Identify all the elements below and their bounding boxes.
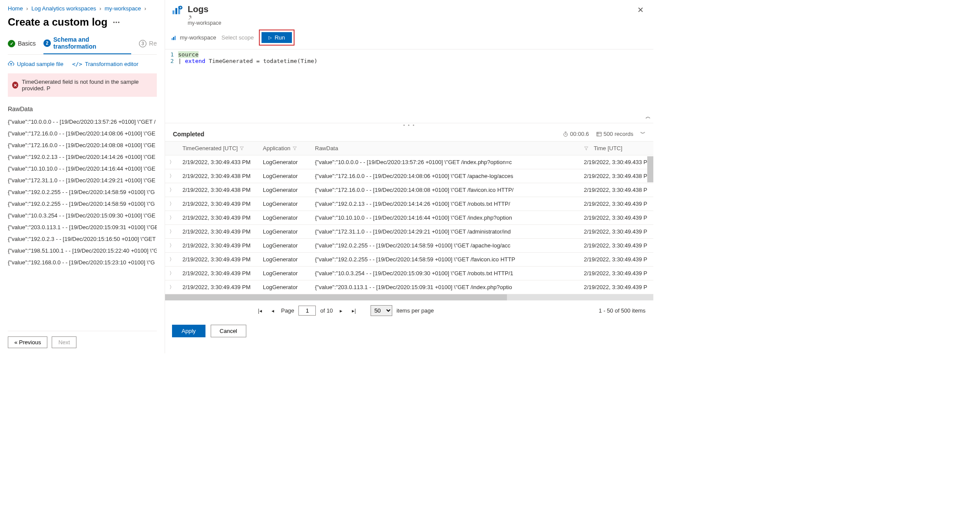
table-row[interactable]: 〉2/19/2022, 3:30:49.439 PMLogGenerator{"… [165,267,653,280]
expand-results-icon[interactable]: ︾ [640,130,646,138]
table-body: 〉2/19/2022, 3:30:49.433 PMLogGenerator{"… [165,155,653,294]
filter-icon[interactable] [239,146,244,151]
cell-raw: {"value":"192.0.2.255 - - [19/Dec/2020:1… [311,253,579,266]
table-row[interactable]: 〉2/19/2022, 3:30:49.439 PMLogGenerator{"… [165,197,653,211]
rawdata-row[interactable]: {"value":"172.31.1.0 - - [19/Dec/2020:14… [8,175,157,186]
pin-icon[interactable] [188,14,221,20]
rawdata-row[interactable]: {"value":"192.0.2.255 - - [19/Dec/2020:1… [8,198,157,210]
rawdata-row[interactable]: {"value":"203.0.113.1 - - [19/Dec/2020:1… [8,221,157,233]
breadcrumb-home[interactable]: Home [8,5,23,12]
apply-row: Apply Cancel [165,320,653,342]
rawdata-row[interactable]: {"value":"192.168.0.0 - - [19/Dec/2020:1… [8,257,157,268]
cell-time: 2/19/2022, 3:30:49.433 PM [178,155,258,169]
scope-chip[interactable]: my-workspace [171,34,216,41]
expand-row-icon[interactable]: 〉 [165,214,178,221]
breadcrumb-workspaces[interactable]: Log Analytics workspaces [31,5,96,12]
cell-app: LogGenerator [258,267,311,280]
cell-raw: {"value":"172.16.0.0 - - [19/Dec/2020:14… [311,169,579,183]
first-page-button[interactable]: |◂ [255,307,265,314]
expand-row-icon[interactable]: 〉 [165,187,178,193]
vertical-scrollbar[interactable] [647,156,653,306]
cell-time: 2/19/2022, 3:30:49.439 PM [178,253,258,266]
run-button[interactable]: ▷ Run [262,32,292,43]
table-row[interactable]: 〉2/19/2022, 3:30:49.438 PMLogGenerator{"… [165,183,653,197]
step-label: Basics [18,40,36,47]
svg-rect-8 [596,132,601,136]
table-row[interactable]: 〉2/19/2022, 3:30:49.439 PMLogGenerator{"… [165,253,653,267]
rawdata-row[interactable]: {"value":"192.0.2.255 - - [19/Dec/2020:1… [8,186,157,198]
rawdata-row[interactable]: {"value":"192.0.2.13 - - [19/Dec/2020:14… [8,151,157,163]
step-schema[interactable]: 2 Schema and transformation [43,36,131,54]
step-number-icon: 2 [43,40,51,47]
rawdata-row[interactable]: {"value":"192.0.2.3 - - [19/Dec/2020:15:… [8,233,157,245]
table-row[interactable]: 〉2/19/2022, 3:30:49.439 PMLogGenerator{"… [165,239,653,253]
table-row[interactable]: 〉2/19/2022, 3:30:49.439 PMLogGenerator{"… [165,211,653,225]
table-row[interactable]: 〉2/19/2022, 3:30:49.433 PMLogGenerator{"… [165,155,653,169]
next-page-button[interactable]: ▸ [337,307,345,314]
previous-button[interactable]: « Previous [8,336,47,348]
close-icon[interactable]: ✕ [635,4,646,16]
step-number-icon: 3 [139,40,146,47]
page-label: Page [281,307,294,314]
col-rawdata[interactable]: RawData [311,142,579,155]
step-basics[interactable]: ✓ Basics [8,36,36,54]
step-review[interactable]: 3 Re [139,36,157,54]
error-icon: ✕ [12,82,18,89]
upload-sample-button[interactable]: Upload sample file [8,61,63,67]
horizontal-scrollbar[interactable] [165,294,653,300]
col-application[interactable]: Application [258,142,311,155]
logs-icon [171,4,183,16]
workspace-icon [171,35,177,41]
pager: |◂ ◂ Page of 10 ▸ ▸| 50 items per page 1… [165,300,653,320]
step-label: Schema and transformation [53,36,131,50]
rawdata-row[interactable]: {"value":"198.51.100.1 - - [19/Dec/2020:… [8,245,157,257]
cell-app: LogGenerator [258,183,311,197]
cell-time: 2/19/2022, 3:30:49.438 PM [178,169,258,183]
cancel-button[interactable]: Cancel [211,325,246,337]
expand-column [165,142,178,155]
last-page-button[interactable]: ▸| [349,307,358,314]
col-time[interactable]: TimeGenerated [UTC] [178,142,258,155]
rawdata-row[interactable]: {"value":"172.16.0.0 - - [19/Dec/2020:14… [8,139,157,151]
prev-page-button[interactable]: ◂ [269,307,277,314]
rawdata-row[interactable]: {"value":"10.10.10.0 - - [19/Dec/2020:14… [8,163,157,175]
page-size-select[interactable]: 50 [371,305,392,316]
breadcrumb: Home › Log Analytics workspaces › my-wor… [8,5,157,12]
expand-row-icon[interactable]: 〉 [165,256,178,263]
next-button[interactable]: Next [52,336,76,348]
expand-row-icon[interactable]: 〉 [165,284,178,290]
expand-row-icon[interactable]: 〉 [165,159,178,165]
editor-token: | extend TimeGenerated = todatetime(Time… [178,58,318,64]
table-row[interactable]: 〉2/19/2022, 3:30:49.438 PMLogGenerator{"… [165,169,653,183]
expand-row-icon[interactable]: 〉 [165,242,178,249]
collapse-editor-icon[interactable]: ︽ [646,113,651,120]
expand-row-icon[interactable]: 〉 [165,270,178,277]
filter-icon[interactable] [584,146,589,151]
rawdata-row[interactable]: {"value":"10.0.0.0 - - [19/Dec/2020:13:5… [8,116,157,128]
cell-app: LogGenerator [258,197,311,211]
expand-row-icon[interactable]: 〉 [165,201,178,207]
rawdata-row[interactable]: {"value":"10.0.3.254 - - [19/Dec/2020:15… [8,210,157,221]
more-icon[interactable]: ··· [113,17,120,27]
expand-row-icon[interactable]: 〉 [165,228,178,235]
records-icon [596,131,602,137]
table-row[interactable]: 〉2/19/2022, 3:30:49.439 PMLogGenerator{"… [165,280,653,294]
select-scope-link[interactable]: Select scope [222,34,254,41]
page-input[interactable] [298,306,316,316]
apply-button[interactable]: Apply [172,325,205,337]
table-header: TimeGenerated [UTC] Application RawData … [165,142,653,155]
results-header: Completed 00:00.6 500 records ︾ [165,127,653,141]
transformation-editor-button[interactable]: </> Transformation editor [72,61,139,67]
col-time2[interactable]: Time [UTC] [579,142,653,155]
drag-handle-icon[interactable]: • • • [165,123,653,127]
cell-app: LogGenerator [258,225,311,238]
cell-app: LogGenerator [258,211,311,224]
query-editor[interactable]: 1 source 2 | extend TimeGenerated = toda… [165,49,653,123]
record-count: 500 records [596,131,633,138]
table-row[interactable]: 〉2/19/2022, 3:30:49.439 PMLogGenerator{"… [165,225,653,239]
page-of-label: of 10 [320,307,333,314]
breadcrumb-workspace[interactable]: my-workspace [105,5,141,12]
expand-row-icon[interactable]: 〉 [165,173,178,179]
filter-icon[interactable] [292,146,297,151]
rawdata-row[interactable]: {"value":"172.16.0.0 - - [19/Dec/2020:14… [8,128,157,139]
